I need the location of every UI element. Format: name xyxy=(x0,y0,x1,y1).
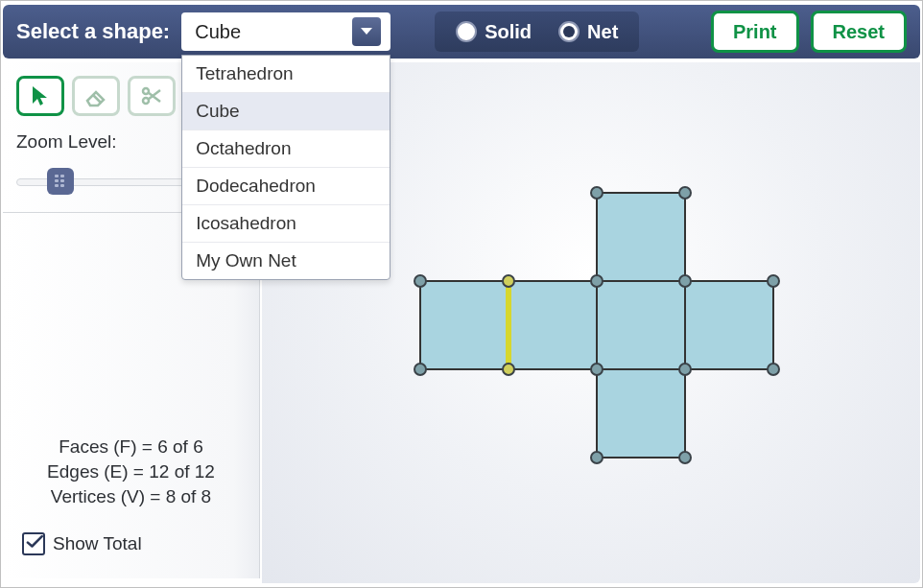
eraser-icon xyxy=(84,84,107,107)
shape-dropdown[interactable]: TetrahedronCubeOctahedronDodecahedronIco… xyxy=(181,55,390,280)
check-icon xyxy=(26,531,43,553)
net-face[interactable] xyxy=(420,281,509,369)
net-vertex[interactable] xyxy=(679,275,691,287)
shape-option[interactable]: Tetrahedron xyxy=(182,56,390,92)
net-vertex[interactable] xyxy=(591,364,603,375)
show-total-label: Show Total xyxy=(53,533,142,554)
net-vertex[interactable] xyxy=(679,364,691,375)
net-vertex[interactable] xyxy=(414,275,426,287)
pointer-tool-button[interactable] xyxy=(16,76,64,116)
shape-select-value: Cube xyxy=(195,21,241,43)
net-vertex[interactable] xyxy=(503,275,514,287)
chevron-down-icon xyxy=(352,17,381,46)
shape-option[interactable]: Icosahedron xyxy=(182,204,390,242)
radio-icon xyxy=(558,21,580,42)
radio-icon xyxy=(456,21,477,42)
slider-thumb[interactable] xyxy=(47,168,74,195)
net-face[interactable] xyxy=(597,281,685,369)
show-total-checkbox[interactable]: Show Total xyxy=(22,532,142,555)
shape-option[interactable]: Dodecahedron xyxy=(182,167,390,204)
net-face[interactable] xyxy=(597,369,685,458)
shape-option[interactable]: My Own Net xyxy=(182,242,390,279)
vertices-stat: Vertices (V) = 8 of 8 xyxy=(3,486,259,507)
view-mode-solid-label: Solid xyxy=(485,21,532,43)
view-mode-net[interactable]: Net xyxy=(545,12,631,52)
top-bar: Select a shape: Cube TetrahedronCubeOcta… xyxy=(3,5,920,59)
net-vertex[interactable] xyxy=(591,275,603,287)
reset-button[interactable]: Reset xyxy=(811,11,907,53)
view-mode-solid[interactable]: Solid xyxy=(442,12,545,52)
stats-block: Faces (F) = 6 of 6 Edges (E) = 12 of 12 … xyxy=(3,433,259,511)
view-mode-group: Solid Net xyxy=(435,12,639,52)
net-face[interactable] xyxy=(685,281,773,369)
net-vertex[interactable] xyxy=(679,452,691,463)
scissors-tool-button[interactable] xyxy=(128,76,176,116)
net-face[interactable] xyxy=(509,281,597,369)
shape-select-wrapper: Cube TetrahedronCubeOctahedronDodecahedr… xyxy=(181,12,390,51)
net-vertex[interactable] xyxy=(503,364,514,375)
shape-select[interactable]: Cube xyxy=(181,12,390,51)
pointer-icon xyxy=(29,84,52,107)
select-shape-label: Select a shape: xyxy=(16,19,170,44)
eraser-tool-button[interactable] xyxy=(72,76,120,116)
net-vertex[interactable] xyxy=(768,364,779,375)
print-button[interactable]: Print xyxy=(711,11,799,53)
net-vertex[interactable] xyxy=(591,452,603,463)
net-vertex[interactable] xyxy=(414,364,426,375)
net-vertex[interactable] xyxy=(591,187,603,199)
net-vertex[interactable] xyxy=(768,275,779,287)
net-face[interactable] xyxy=(597,193,685,281)
net-vertex[interactable] xyxy=(679,187,691,199)
scissors-icon xyxy=(140,84,163,107)
view-mode-net-label: Net xyxy=(587,21,618,43)
cube-net[interactable] xyxy=(411,183,783,467)
app-frame: Select a shape: Cube TetrahedronCubeOcta… xyxy=(0,0,923,588)
shape-option[interactable]: Cube xyxy=(182,92,390,129)
checkbox-icon xyxy=(22,532,45,555)
faces-stat: Faces (F) = 6 of 6 xyxy=(3,436,259,458)
shape-option[interactable]: Octahedron xyxy=(182,129,390,167)
edges-stat: Edges (E) = 12 of 12 xyxy=(3,461,259,482)
